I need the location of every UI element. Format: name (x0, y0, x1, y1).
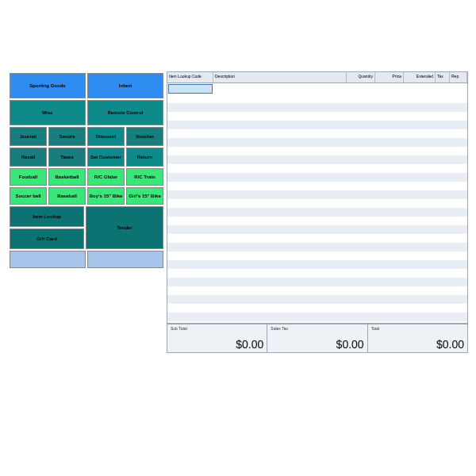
set-customer-button[interactable]: Set Customer (87, 148, 125, 167)
item-boys-bike[interactable]: Boy's 15" Bike (87, 187, 125, 205)
grid-input-row (167, 83, 467, 94)
return-button[interactable]: Return (126, 148, 163, 167)
header-description[interactable]: Description (213, 72, 347, 83)
total-cell: Total $0.00 (368, 324, 467, 352)
item-baseball[interactable]: Baseball (48, 187, 86, 205)
grid-header: Item Lookup Code Description Quantity Pr… (167, 72, 467, 83)
item-rc-train[interactable]: R/C Train (126, 168, 163, 186)
grid-body[interactable] (167, 94, 467, 324)
subtotal-value: $0.00 (171, 331, 263, 351)
header-tax[interactable]: Tax (436, 72, 450, 83)
category-sporting-goods[interactable]: Sporting Goods (10, 73, 86, 98)
left-button-panel: Sporting Goods Infant Misc Remote Contro… (8, 71, 165, 353)
header-extended[interactable]: Extended (404, 72, 436, 83)
taxes-button[interactable]: Taxes (48, 148, 86, 167)
salestax-value: $0.00 (271, 331, 363, 351)
category-misc[interactable]: Misc (10, 100, 86, 125)
item-basketball[interactable]: Basketball (48, 168, 86, 186)
salestax-cell: Sales Tax $0.00 (267, 324, 367, 352)
category-remote-control[interactable]: Remote Control (87, 100, 163, 125)
recall-button[interactable]: Recall (10, 148, 47, 167)
secure-button[interactable]: Secure (48, 127, 86, 146)
header-item-lookup-code[interactable]: Item Lookup Code (167, 72, 213, 83)
item-code-input[interactable] (168, 84, 213, 94)
item-girls-bike[interactable]: Girl's 15" Bike (126, 187, 163, 205)
totals-bar: Sub Total $0.00 Sales Tax $0.00 Total $0… (167, 324, 467, 352)
discount-button[interactable]: Discount (87, 127, 125, 146)
header-price[interactable]: Price (375, 72, 404, 83)
item-rc-glider[interactable]: R/C Glider (87, 168, 125, 186)
item-soccerball[interactable]: Soccer ball (10, 187, 47, 205)
subtotal-cell: Sub Total $0.00 (167, 324, 267, 352)
total-value: $0.00 (371, 331, 464, 351)
header-quantity[interactable]: Quantity (347, 72, 375, 83)
voucher-button[interactable]: Voucher (126, 127, 163, 146)
pos-app: Sporting Goods Infant Misc Remote Contro… (8, 71, 468, 353)
item-football[interactable]: Football (10, 168, 47, 186)
category-infant[interactable]: Infant (87, 73, 163, 98)
prev-page-button[interactable]: Prev (10, 251, 86, 268)
header-rep[interactable]: Rep (450, 72, 467, 83)
next-page-button[interactable]: Next (87, 251, 163, 268)
transaction-panel: Item Lookup Code Description Quantity Pr… (167, 71, 468, 353)
journal-button[interactable]: Journal (10, 127, 47, 146)
item-lookup-button[interactable]: Item Lookup (10, 206, 84, 227)
gift-card-button[interactable]: Gift Card (10, 228, 84, 249)
tender-button[interactable]: Tender (86, 206, 163, 249)
